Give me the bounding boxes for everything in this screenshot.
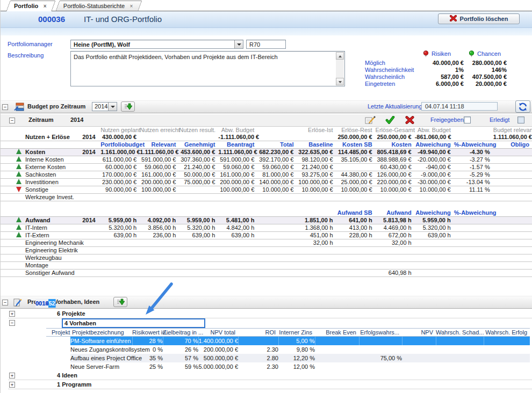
budget-row: Sonstige90.000,00 €100.000,00 €100.000,0… — [1, 186, 532, 194]
value-cell: 140.000,00 € — [257, 179, 297, 186]
risk-row: Eingetreten6.000,00 €20.000,00 € — [365, 81, 508, 88]
value-cell: 250.000,00 € — [336, 134, 376, 141]
value-cell — [415, 254, 454, 262]
chance-column-label: Chancen — [477, 50, 501, 57]
budget-row: Aufwand20145.959,00 h4.092,00 h5.959,00 … — [1, 217, 532, 224]
scrollbar[interactable] — [336, 52, 344, 85]
value-cell: 100.000,00 € — [140, 186, 179, 194]
import-projects-button[interactable] — [113, 297, 127, 307]
budget-row: Engineering Elektrik — [1, 247, 532, 254]
close-icon[interactable]: × — [130, 2, 133, 11]
value-cell — [454, 232, 493, 239]
project-value: 25 % — [132, 362, 163, 371]
value-cell: 1.111.060,00 € — [140, 149, 179, 156]
manager-field[interactable]: Heine (PortfM), Wolf — [70, 40, 243, 49]
erledigt-checkbox[interactable] — [517, 117, 524, 123]
project-row[interactable]: 0019Neue Server-Farm25 %59 %5.000.000,00… — [46, 362, 530, 371]
value-cell: 639,00 h — [100, 232, 140, 239]
budget-row: Engineering Mechanik32,00 h32,00 h — [1, 239, 532, 247]
project-column-header: Projektbezeichnung — [70, 329, 132, 337]
group-vorhaben[interactable]: − 4 Vorhaben — [8, 318, 532, 328]
description-textarea[interactable]: Das Portfolio enthält Projektideen, Vorh… — [70, 51, 345, 86]
value-cell — [297, 262, 336, 270]
year-select[interactable]: 2014 — [92, 102, 117, 111]
tab-label: Portfolio-Statusberichte — [63, 1, 125, 11]
selected-group-box[interactable]: 4 Vorhaben — [62, 318, 205, 328]
project-column-header: NPV — [402, 329, 436, 337]
row-label: Engineering Mechanik — [1, 239, 80, 247]
benefit-header-cell: Erlöse-Gesamt — [376, 127, 415, 134]
project-value: 75,00 % — [359, 354, 402, 362]
import-budget-button[interactable] — [121, 101, 135, 112]
collapse-icon[interactable]: − — [9, 320, 15, 326]
project-row[interactable]: 0014Aufbau eines Project Office35 %57 %5… — [46, 354, 530, 362]
expand-icon[interactable]: + — [9, 311, 15, 317]
value-cell — [179, 270, 218, 277]
budget-section-header: − Budget pro Zeitraum 2014 Letzte Aktual… — [1, 100, 532, 113]
chevron-down-icon[interactable] — [234, 40, 243, 48]
group-ideen[interactable]: + 4 Ideen — [8, 371, 532, 380]
value-cell — [493, 171, 532, 179]
value-cell — [336, 194, 376, 201]
value-cell — [257, 134, 297, 141]
group-programm[interactable]: + 1 Programm — [8, 380, 532, 389]
project-value — [484, 362, 530, 371]
risk-chance-header: Risiken Chancen — [365, 50, 508, 59]
tab-portfolio[interactable]: Portfolio × — [6, 1, 55, 11]
edit-icon[interactable] — [365, 116, 376, 126]
project-value — [436, 362, 484, 371]
year-cell — [80, 270, 100, 277]
risk-row: Möglich40.000,00 €280.000,00 € — [365, 60, 508, 67]
value-cell: 10.000,00 € — [415, 186, 454, 194]
collapse-icon[interactable]: − — [2, 300, 8, 305]
projects-section-header: − Projekte, Vorhaben, Ideen — [1, 296, 532, 309]
value-cell — [140, 194, 179, 201]
value-cell — [140, 247, 179, 254]
value-cell — [493, 149, 532, 156]
value-cell: 250.000,00 € — [376, 134, 415, 141]
scroll-down-icon[interactable] — [336, 78, 344, 85]
value-cell: 21.240,00 € — [179, 164, 218, 171]
collapse-icon[interactable]: − — [9, 118, 15, 123]
reject-x-icon[interactable] — [405, 116, 414, 125]
project-value — [315, 345, 359, 354]
year-cell — [80, 254, 100, 262]
expand-icon[interactable]: + — [9, 373, 15, 379]
value-cell — [218, 239, 257, 247]
approve-check-icon[interactable] — [385, 116, 395, 125]
value-cell: 307.360,00 € — [179, 156, 218, 164]
freigegeben-checkbox[interactable] — [464, 117, 471, 123]
value-cell: 1.368,00 h — [297, 224, 336, 232]
tab-portfolio-statusberichte[interactable]: Portfolio-Statusberichte × — [56, 1, 142, 11]
value-cell — [336, 270, 376, 277]
group-projekte[interactable]: + 6 Projekte — [8, 309, 532, 318]
value-cell: 11.11 % — [454, 186, 493, 194]
collapse-icon[interactable]: − — [2, 104, 8, 110]
budget-row: Kosten20141.161.000,00 €1.111.060,00 €45… — [1, 149, 532, 156]
refresh-button[interactable] — [515, 100, 530, 113]
project-value: 5,00 % — [278, 337, 315, 346]
project-row[interactable]: 0008Neues Zugangskontrollsystem0 %26 %20… — [46, 345, 530, 354]
project-row[interactable]: 000752PM-Software einführen28 %70 %1.400… — [46, 337, 530, 346]
manager-code-field[interactable]: R70 — [246, 40, 286, 49]
delete-portfolio-button[interactable]: Portfolio löschen — [438, 13, 520, 24]
benefit-header-cell: Erlöse-Ist — [297, 127, 336, 134]
chevron-down-icon[interactable] — [108, 103, 117, 111]
value-cell — [179, 254, 218, 262]
value-cell — [336, 239, 376, 247]
value-cell: 672,00 h — [376, 232, 415, 239]
project-column-header: NPV total — [198, 329, 238, 337]
project-value — [484, 337, 530, 346]
value-cell: 81.000,00 € — [257, 171, 297, 179]
expand-icon[interactable]: + — [9, 382, 15, 388]
column-header — [493, 209, 532, 217]
value-cell: 5.320,00 h — [415, 224, 454, 232]
value-cell: 5.959,00 h — [415, 217, 454, 224]
value-cell — [218, 270, 257, 277]
benefit-header-cell: Nutzen geplant — [100, 127, 140, 134]
budget-report-icon — [13, 103, 25, 112]
value-cell: -30.000,00 € — [415, 179, 454, 186]
scroll-up-icon[interactable] — [336, 52, 344, 60]
close-icon[interactable]: × — [44, 2, 47, 11]
column-header: Obligo — [493, 141, 532, 149]
